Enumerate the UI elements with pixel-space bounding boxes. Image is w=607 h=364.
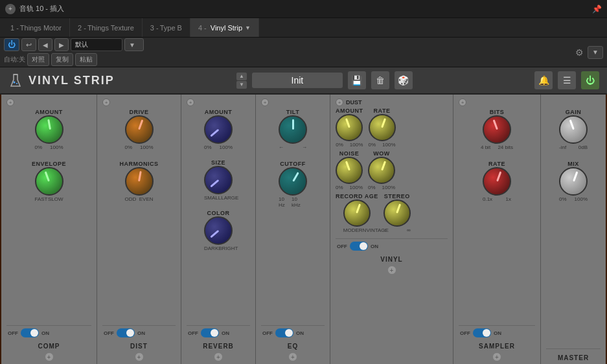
comp-toggle[interactable] — [21, 328, 39, 337]
reverb-amount-indicator — [210, 129, 219, 137]
plugin-body: VINYL STRIP ▲ ▼ 💾 🗑 🎲 🔔 ☰ ⏻ — [0, 67, 607, 364]
vinyl-stereo-scale: ○∞ — [384, 227, 411, 233]
comp-envelope-label: ENVELOPE — [32, 161, 66, 167]
dist-enable-dot[interactable]: + — [102, 98, 110, 106]
vinyl-rate-knob[interactable] — [369, 114, 396, 141]
tab-4-active[interactable]: 4 - Vinyl Strip ▼ — [190, 18, 259, 37]
dist-harmonics-label: HARMONICS — [120, 161, 159, 167]
default-input[interactable] — [71, 38, 122, 51]
dist-drive-knob[interactable] — [125, 115, 154, 144]
preset-name-input[interactable] — [252, 73, 343, 88]
dist-toggle-on: ON — [137, 330, 145, 336]
preset-up-button[interactable]: ▲ — [236, 73, 247, 80]
master-mix-label: MIX — [567, 161, 579, 167]
compare-button[interactable]: 对照 — [27, 53, 49, 66]
pin-icon[interactable]: 📌 — [592, 5, 602, 14]
plugin-header-center: ▲ ▼ 💾 🗑 🎲 — [122, 71, 527, 89]
eq-toggle-thumb — [285, 329, 293, 337]
eq-knobs-area: TILT ←→ CUTOFF — [261, 109, 325, 323]
menu-button[interactable]: ☰ — [558, 71, 576, 89]
tab4-label: Vinyl Strip — [211, 24, 242, 32]
eq-enable-dot[interactable]: + — [261, 98, 269, 106]
back-button[interactable]: ◀ — [38, 38, 52, 51]
dist-toggle-row: OFF ON — [104, 328, 145, 337]
copy-button[interactable]: 复制 — [51, 53, 73, 66]
master-gain-knob[interactable] — [559, 115, 588, 144]
comp-envelope-knob[interactable] — [35, 167, 63, 196]
reverb-add-btn[interactable]: + — [214, 352, 223, 361]
dist-toggle[interactable] — [117, 328, 135, 337]
vinyl-stereo-knob[interactable] — [384, 199, 411, 227]
vinyl-enable-dot[interactable]: + — [336, 98, 343, 106]
eq-toggle[interactable] — [275, 328, 293, 337]
comp-toggle-thumb — [30, 329, 38, 337]
tab4-arrow: ▼ — [245, 25, 251, 31]
dist-harmonics-knob[interactable] — [125, 167, 154, 196]
forward-button[interactable]: ▶ — [54, 38, 69, 51]
master-mix-scale: 0%100% — [559, 196, 588, 202]
delete-preset-button[interactable]: 🗑 — [371, 71, 389, 89]
reverb-size-knob[interactable] — [204, 166, 233, 194]
comp-enable-dot[interactable]: + — [6, 98, 14, 106]
dist-drive-scale: 0%100% — [125, 144, 154, 150]
comp-module: + AMOUNT 0%100% — [1, 95, 97, 364]
vinyl-noise-knob[interactable] — [336, 157, 363, 184]
eq-tilt-knob[interactable] — [279, 115, 307, 144]
sampler-toggle-row: OFF ON — [460, 328, 501, 337]
vinyl-rate-knob-group: RATE 0%100% — [369, 108, 396, 148]
sampler-bits-knob[interactable] — [483, 115, 511, 144]
power-button[interactable]: ⏻ — [4, 38, 19, 51]
bell-button[interactable]: 🔔 — [534, 71, 553, 89]
sampler-bits-scale: 4 bit24 bits — [481, 144, 513, 150]
eq-cutoff-label: CUTOFF — [280, 161, 305, 167]
vinyl-recordage-scale: MODERNVINTAGE — [343, 227, 371, 233]
vinyl-add-btn[interactable]: + — [387, 266, 396, 275]
sampler-add-btn[interactable]: + — [492, 352, 501, 361]
plugin-header-right: 🔔 ☰ ⏻ — [534, 71, 599, 89]
svg-point-1 — [16, 83, 17, 84]
sampler-rate-scale: 0.1x1x — [483, 196, 511, 202]
eq-cutoff-knob[interactable] — [279, 167, 307, 196]
gear-icon[interactable]: ⚙ — [575, 47, 584, 58]
undo-button[interactable]: ↩ — [21, 38, 36, 51]
dist-add-btn[interactable]: + — [135, 352, 144, 361]
comp-add-btn[interactable]: + — [45, 352, 54, 361]
reverb-module-bottom: OFF ON REVERB + — [187, 325, 250, 361]
master-mix-knob[interactable] — [559, 167, 588, 196]
save-preset-button[interactable]: 💾 — [348, 71, 366, 89]
tab1-label: Things Motor — [20, 24, 62, 32]
tab-1[interactable]: 1 - Things Motor — [3, 18, 70, 37]
dist-section-title: DIST — [130, 343, 148, 350]
settings-dropdown[interactable]: ▼ — [588, 46, 603, 59]
eq-add-btn[interactable]: + — [288, 352, 297, 361]
vinyl-toggle[interactable] — [350, 242, 368, 251]
master-section-title: MASTER — [558, 354, 589, 361]
sampler-toggle[interactable] — [473, 328, 491, 337]
tab-3[interactable]: 3 - Type B — [143, 18, 190, 37]
reverb-section-title: REVERB — [203, 343, 234, 350]
plugin-power-button[interactable]: ⏻ — [581, 71, 599, 89]
reverb-toggle[interactable] — [201, 328, 219, 337]
sampler-rate-knob[interactable] — [483, 167, 511, 196]
dropdown-button[interactable]: ▼ — [124, 38, 144, 51]
reverb-amount-knob[interactable] — [204, 115, 233, 144]
random-preset-button[interactable]: 🎲 — [395, 71, 413, 89]
comp-amount-knob[interactable] — [35, 115, 63, 144]
preset-down-button[interactable]: ▼ — [236, 81, 247, 89]
vinyl-amount-knob[interactable] — [336, 114, 363, 141]
vinyl-recordage-knob[interactable] — [343, 199, 371, 227]
dist-knobs-area: DRIVE 0%100% HARMONICS — [102, 109, 176, 323]
sampler-enable-dot[interactable]: + — [459, 98, 466, 106]
eq-tilt-scale: ←→ — [279, 144, 307, 150]
vinyl-stereo-knob-group: STEREO ○∞ — [384, 193, 411, 233]
tab-2[interactable]: 2 - Things Texture — [70, 18, 143, 37]
reverb-enable-dot[interactable]: + — [187, 98, 194, 106]
paste-button[interactable]: 粘贴 — [75, 53, 97, 66]
vinyl-wow-knob[interactable] — [368, 157, 395, 184]
master-gain-indicator — [569, 119, 574, 130]
vinyl-stereo-indicator — [396, 203, 401, 213]
vinyl-toggle-thumb — [360, 242, 367, 250]
master-module-bottom: MASTER — [546, 348, 601, 361]
reverb-color-knob[interactable] — [204, 216, 233, 245]
reverb-toggle-row: OFF ON — [188, 328, 229, 337]
